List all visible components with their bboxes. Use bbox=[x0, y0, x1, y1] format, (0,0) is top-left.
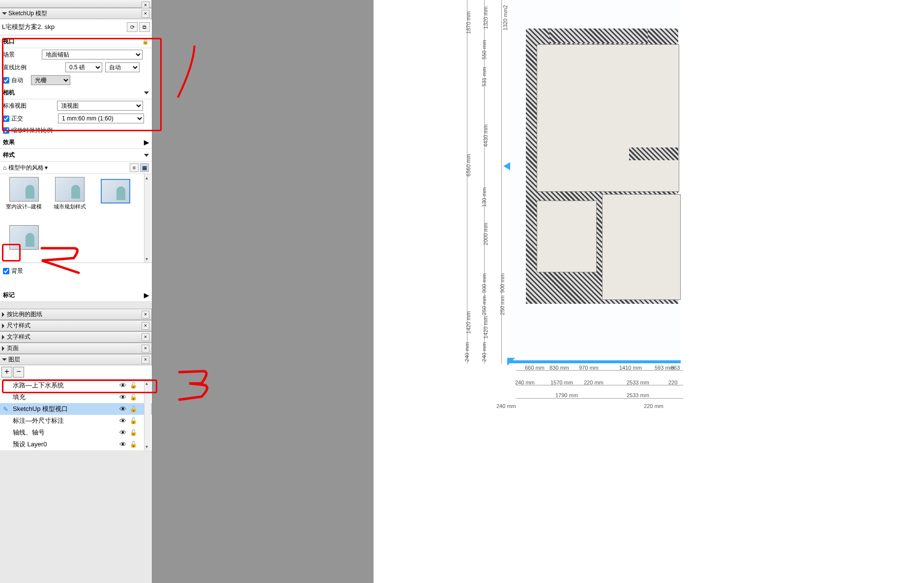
row-ortho: 正交 1 mm:60 mm (1:60) bbox=[0, 112, 152, 125]
eye-icon[interactable]: 👁 bbox=[119, 429, 126, 437]
row-stdview: 标准视图 顶视图 bbox=[0, 99, 152, 112]
raster-select[interactable]: 光栅 bbox=[31, 75, 70, 85]
close-icon[interactable]: × bbox=[142, 322, 149, 330]
section-camera[interactable]: 相机 bbox=[0, 87, 152, 99]
ortho-checkbox[interactable] bbox=[3, 116, 9, 122]
close-icon[interactable]: × bbox=[142, 333, 149, 341]
auto-checkbox[interactable] bbox=[3, 77, 9, 84]
layer-toolbar: + − bbox=[0, 365, 152, 379]
lock-icon[interactable]: 🔓 bbox=[130, 429, 137, 436]
linescale-val-select[interactable]: 0.5 磅 bbox=[65, 62, 102, 72]
eye-icon[interactable]: 👁 bbox=[119, 405, 126, 413]
linescale-mode-select[interactable]: 自动 bbox=[105, 62, 140, 72]
eye-icon[interactable]: 👁 bbox=[119, 381, 126, 389]
section-viewport[interactable]: 视口 🔓 bbox=[0, 35, 152, 48]
section-effect[interactable]: 效果 ▶ bbox=[0, 136, 152, 149]
row-linescale: 直线比例 0.5 磅 自动 bbox=[0, 61, 152, 74]
preserve-checkbox[interactable] bbox=[3, 127, 9, 134]
layer-row[interactable]: 填充👁🔓 bbox=[0, 391, 152, 403]
panel-text-style[interactable]: 文字样式× bbox=[0, 331, 152, 343]
lock-icon[interactable]: 🔓 bbox=[130, 406, 137, 412]
stdview-select[interactable]: 顶视图 bbox=[57, 101, 143, 111]
link-icon[interactable]: ⧉ bbox=[139, 22, 150, 32]
canvas-gray[interactable] bbox=[152, 0, 374, 583]
file-row: L宅模型方案2. skp ⟳ ⧉ bbox=[0, 19, 152, 35]
lock-icon[interactable]: 🔓 bbox=[130, 382, 137, 389]
add-layer-button[interactable]: + bbox=[1, 367, 12, 378]
eye-icon[interactable]: 👁 bbox=[119, 393, 126, 401]
panel-sketchup-model-header[interactable]: SketchUp 模型 × bbox=[0, 8, 152, 19]
style-item[interactable]: 城市规划样式 bbox=[49, 177, 90, 219]
scene-select[interactable]: 地面铺贴 bbox=[42, 50, 143, 59]
layer-list: 水路—上下水系统👁🔓 填充👁🔓 ✎SketchUp 模型视口👁🔓 标注—外尺寸标… bbox=[0, 379, 152, 450]
row-scene: 场景 地面铺贴 bbox=[0, 48, 152, 61]
remove-layer-button[interactable]: − bbox=[13, 367, 24, 378]
layer-row[interactable]: 标注—外尺寸标注👁🔓 bbox=[0, 415, 152, 427]
panel-page[interactable]: 页面× bbox=[0, 343, 152, 354]
layer-row[interactable]: 轴线、轴号👁🔓 bbox=[0, 427, 152, 438]
close-icon[interactable]: × bbox=[142, 311, 149, 319]
svg-marker-1 bbox=[507, 358, 515, 366]
style-browser-row: ⌂ 模型中的风格▾ ≡ ▦ bbox=[0, 162, 152, 174]
styles-grid: 室内设计--建模 城市规划样式 bbox=[0, 174, 152, 262]
layer-row[interactable]: 预设 Layer0👁🔓 bbox=[0, 438, 152, 450]
section-tags[interactable]: 标记 ▶ bbox=[0, 289, 152, 302]
panel-scaled-drawing[interactable]: 按比例的图纸× bbox=[0, 309, 152, 320]
list-view-icon[interactable]: ≡ bbox=[130, 163, 139, 172]
row-auto: 自动 光栅 bbox=[0, 74, 152, 87]
close-icon[interactable]: × bbox=[142, 10, 149, 18]
row-background: 背景 bbox=[0, 262, 152, 279]
sidebar: × SketchUp 模型 × L宅模型方案2. skp ⟳ ⧉ 视口 🔓 场景… bbox=[0, 0, 152, 583]
panel-layers[interactable]: 图层× bbox=[0, 354, 152, 365]
eye-icon[interactable]: 👁 bbox=[119, 440, 126, 448]
panel-title: SketchUp 模型 bbox=[8, 9, 47, 18]
close-icon[interactable]: × bbox=[142, 345, 149, 352]
file-name: L宅模型方案2. skp bbox=[2, 23, 125, 31]
svg-marker-0 bbox=[503, 162, 510, 170]
canvas-gap bbox=[374, 0, 413, 583]
scrollbar[interactable] bbox=[144, 379, 151, 450]
layer-row[interactable]: 水路—上下水系统👁🔓 bbox=[0, 379, 152, 391]
style-item[interactable] bbox=[3, 225, 45, 260]
background-checkbox[interactable] bbox=[3, 268, 9, 274]
panel-dim-style[interactable]: 尺寸样式× bbox=[0, 320, 152, 331]
selection-frame[interactable] bbox=[509, 361, 681, 363]
close-icon[interactable]: × bbox=[142, 356, 149, 364]
lock-icon[interactable]: 🔓 bbox=[130, 394, 137, 401]
refresh-icon[interactable]: ⟳ bbox=[127, 22, 138, 32]
style-item[interactable] bbox=[94, 179, 136, 219]
scale-select[interactable]: 1 mm:60 mm (1:60) bbox=[58, 114, 144, 123]
floorplan: 1870 mm 6560 mm 1420 mm 240 mm 1320 mm 5… bbox=[521, 0, 924, 583]
row-preserve: 缩放时保持比例 bbox=[0, 125, 152, 136]
grid-view-icon[interactable]: ▦ bbox=[140, 163, 149, 172]
style-item[interactable]: 室内设计--建模 bbox=[3, 177, 45, 219]
panel-header-truncated: × bbox=[0, 0, 152, 8]
lock-icon[interactable]: 🔓 bbox=[130, 417, 137, 424]
lock-icon[interactable]: 🔓 bbox=[130, 441, 137, 448]
eye-icon[interactable]: 👁 bbox=[119, 417, 126, 425]
scrollbar[interactable] bbox=[144, 174, 151, 262]
section-style[interactable]: 样式 bbox=[0, 149, 152, 162]
layer-row[interactable]: ✎SketchUp 模型视口👁🔓 bbox=[0, 403, 152, 415]
